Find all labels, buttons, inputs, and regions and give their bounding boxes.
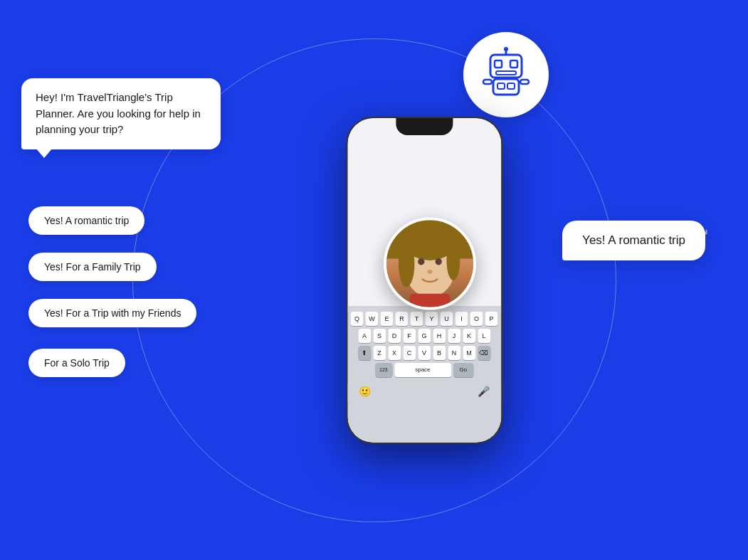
emoji-icon[interactable]: 🙂 [359,386,371,397]
mic-icon[interactable]: 🎤 [478,386,490,397]
key-q[interactable]: Q [350,312,363,326]
key-i[interactable]: I [455,312,468,326]
key-g[interactable]: G [418,329,431,343]
key-v[interactable]: V [418,346,431,360]
key-b[interactable]: B [433,346,446,360]
key-d[interactable]: D [388,329,401,343]
key-p[interactable]: P [485,312,497,326]
keyboard-row-3: ⬆ Z X C V B N M ⌫ [350,346,498,360]
key-t[interactable]: T [410,312,423,326]
option-solo[interactable]: For a Solo Trip [28,349,125,377]
key-backspace[interactable]: ⌫ [478,346,490,360]
svg-point-15 [418,258,424,265]
key-n[interactable]: N [448,346,460,360]
robot-avatar [463,32,549,117]
user-response-text: Yes! A romantic trip [582,233,685,247]
key-k[interactable]: K [463,329,475,343]
key-a[interactable]: A [358,329,371,343]
key-l[interactable]: L [478,329,490,343]
bot-message-bubble: Hey! I'm TravelTriangle's Trip Planner. … [21,78,221,149]
keyboard-row-1: Q W E R T Y U I O P [350,312,498,326]
key-o[interactable]: O [470,312,483,326]
svg-rect-9 [483,80,492,84]
svg-rect-1 [495,60,502,68]
option-romantic[interactable]: Yes! A romantic trip [28,206,144,235]
key-r[interactable]: R [395,312,408,326]
option-family[interactable]: Yes! For a Family Trip [28,253,157,281]
svg-point-17 [427,270,433,274]
key-h[interactable]: H [433,329,446,343]
svg-rect-18 [409,293,449,307]
key-m[interactable]: M [463,346,475,360]
keyboard-row-2: A S D F G H J K L [350,329,498,343]
key-shift[interactable]: ⬆ [358,346,371,360]
key-x[interactable]: X [388,346,401,360]
bot-message-text: Hey! I'm TravelTriangle's Trip Planner. … [36,91,201,135]
svg-point-13 [398,240,414,287]
user-response-bubble: Yes! A romantic trip [562,221,705,260]
svg-point-5 [504,47,508,51]
key-c[interactable]: C [403,346,416,360]
svg-rect-7 [497,83,505,89]
key-y[interactable]: Y [425,312,438,326]
key-f[interactable]: F [403,329,416,343]
key-space[interactable]: space [394,363,451,377]
phone-notch [396,118,453,135]
svg-point-14 [446,240,460,280]
user-avatar-large [384,217,476,310]
svg-rect-10 [520,80,529,84]
key-go[interactable]: Go [453,363,473,377]
key-u[interactable]: U [440,312,453,326]
key-e[interactable]: E [380,312,393,326]
svg-point-16 [435,258,441,265]
key-s[interactable]: S [373,329,386,343]
key-numbers[interactable]: 123 [375,363,392,377]
svg-rect-2 [510,60,517,68]
key-z[interactable]: Z [373,346,386,360]
key-j[interactable]: J [448,329,460,343]
keyboard-row-4: 123 space Go [350,363,498,377]
keyboard-bottom-bar: 🙂 🎤 [347,383,501,401]
svg-rect-8 [507,83,515,89]
keyboard-area: Q W E R T Y U I O P A S D F G H [347,306,501,443]
svg-rect-3 [496,71,516,75]
key-w[interactable]: W [365,312,378,326]
option-friends[interactable]: Yes! For a Trip with my Friends [28,299,196,327]
